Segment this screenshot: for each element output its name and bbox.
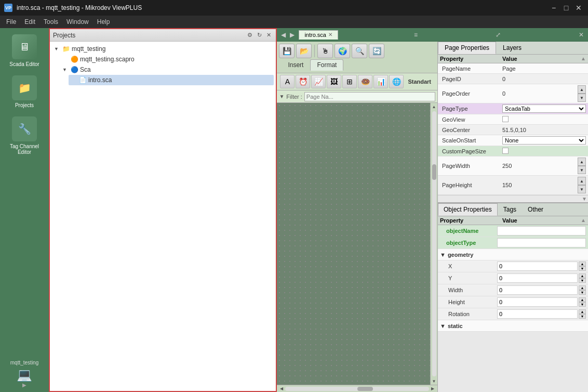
menu-file[interactable]: File — [2, 17, 20, 27]
scroll-thumb-vertical[interactable] — [432, 164, 436, 180]
y-spin-up[interactable]: ▲ — [579, 273, 586, 278]
width-field[interactable] — [497, 285, 578, 295]
scroll-thumb-horizontal[interactable] — [357, 387, 373, 391]
geoview-checkbox[interactable] — [502, 116, 509, 122]
widget-image-btn[interactable]: 🖼 — [327, 75, 341, 88]
refresh-btn[interactable]: 🔄 — [369, 44, 384, 58]
menu-help[interactable]: Help — [93, 17, 114, 27]
prop-value-pageheight[interactable]: 150 ▲ ▼ — [500, 176, 588, 194]
globe-btn[interactable]: 🌍 — [335, 44, 350, 58]
tab-menu-btn[interactable]: ≡ — [412, 30, 420, 40]
obj-prop-value-y[interactable]: ▲ ▼ — [495, 272, 588, 284]
prop-value-scaleonstart[interactable]: None — [500, 135, 588, 146]
obj-prop-value-width[interactable]: ▲ ▼ — [495, 284, 588, 296]
geometry-collapse-arrow[interactable]: ▼ — [440, 252, 446, 258]
height-spin-up[interactable]: ▲ — [579, 297, 586, 302]
prop-value-pagetype[interactable]: ScadaTab — [500, 103, 588, 114]
scaleonstart-select[interactable]: None — [502, 136, 586, 145]
sidebar-expand-arrow[interactable]: ▶ — [22, 382, 26, 388]
y-field[interactable] — [497, 273, 578, 283]
object-properties-tab[interactable]: Object Properties — [438, 203, 498, 216]
objecttype-field[interactable] — [497, 238, 586, 247]
tab-nav-prev[interactable]: ◀ — [279, 30, 288, 40]
rotation-spin-up[interactable]: ▲ — [579, 309, 586, 314]
prop-value-custompagesize[interactable] — [500, 147, 588, 156]
menu-window[interactable]: Window — [62, 17, 93, 27]
tab-close-icon[interactable]: ✕ — [328, 32, 332, 37]
other-tab[interactable]: Other — [522, 203, 549, 216]
custompagesize-checkbox[interactable] — [502, 148, 509, 154]
widget-web-btn[interactable]: 🌐 — [389, 75, 404, 88]
page-properties-tab[interactable]: Page Properties — [438, 42, 496, 54]
filter-dropdown-arrow[interactable]: ▼ — [279, 94, 284, 99]
obj-prop-value-objectname[interactable] — [495, 225, 588, 237]
prop-value-pageorder[interactable]: 0 ▲ ▼ — [500, 84, 588, 103]
x-spin-down[interactable]: ▼ — [579, 266, 586, 271]
pagetype-select[interactable]: ScadaTab — [502, 104, 586, 113]
canvas-inner[interactable] — [277, 103, 430, 385]
tab-maximize-btn[interactable]: ⤢ — [493, 30, 503, 40]
projects-filter-btn[interactable]: ⚙ — [246, 31, 254, 39]
scroll-up-btn[interactable]: ▲ — [431, 103, 438, 110]
menu-tools[interactable]: Tools — [39, 17, 62, 27]
cursor-btn[interactable]: 🖱 — [317, 44, 333, 58]
menu-edit[interactable]: Edit — [20, 17, 39, 27]
objectname-field[interactable] — [497, 226, 586, 236]
width-spin-down[interactable]: ▼ — [579, 290, 586, 295]
tree-item-intro-sca[interactable]: 📄 intro.sca — [69, 75, 274, 85]
page-props-scroll-down[interactable]: ▼ — [582, 196, 587, 202]
page-props-scroll-area[interactable]: PageName Page PageID 0 PageOrder 0 — [438, 63, 588, 195]
prop-value-pageid[interactable]: 0 — [500, 75, 588, 83]
scroll-down-btn[interactable]: ▼ — [431, 377, 438, 385]
format-tab[interactable]: Format — [310, 59, 343, 71]
sidebar-item-tag-channel[interactable]: 🔧 Tag Channel Editor — [1, 113, 48, 158]
insert-tab[interactable]: Insert — [281, 59, 310, 71]
static-section-label[interactable]: ▼ static — [438, 322, 465, 330]
x-spin-up[interactable]: ▲ — [579, 262, 586, 266]
widget-grid-btn[interactable]: ⊞ — [342, 75, 357, 88]
pageheight-spin-up[interactable]: ▲ — [578, 177, 586, 185]
width-spin-up[interactable]: ▲ — [579, 285, 586, 290]
canvas-scrollbar-right[interactable]: ▲ ▼ — [430, 103, 437, 385]
widget-bar-btn[interactable]: 📊 — [373, 75, 388, 88]
projects-sync-btn[interactable]: ↻ — [256, 31, 263, 39]
sidebar-item-projects[interactable]: 📁 Projects — [1, 72, 48, 111]
pageheight-spin-down[interactable]: ▼ — [578, 185, 586, 193]
obj-prop-value-height[interactable]: ▲ ▼ — [495, 296, 588, 308]
rotation-field[interactable] — [497, 309, 578, 319]
zoom-btn[interactable]: 🔍 — [352, 44, 367, 58]
pageorder-spin-down[interactable]: ▼ — [578, 94, 586, 102]
prop-value-pagename[interactable]: Page — [500, 64, 588, 73]
obj-prop-value-x[interactable]: ▲ ▼ — [495, 260, 588, 272]
obj-prop-value-rotation[interactable]: ▲ ▼ — [495, 308, 588, 320]
prop-value-geocenter[interactable]: 51.5,0,10 — [500, 126, 588, 134]
widget-pie-btn[interactable]: 🍩 — [358, 75, 372, 88]
projects-close-btn[interactable]: ✕ — [265, 31, 273, 39]
tree-item-scapro[interactable]: 🟠 mqtt_testing.scapro — [60, 54, 274, 64]
pagewidth-spin-down[interactable]: ▼ — [578, 166, 586, 174]
canvas-scrollbar-h[interactable]: ◀ ▶ — [277, 385, 437, 392]
rotation-spin-down[interactable]: ▼ — [579, 314, 586, 319]
maximize-button[interactable]: □ — [561, 3, 571, 13]
scroll-left-btn[interactable]: ◀ — [278, 385, 285, 393]
obj-props-table[interactable]: objectName objectType — [438, 225, 588, 392]
x-field[interactable] — [497, 262, 578, 271]
obj-prop-value-objecttype[interactable] — [495, 237, 588, 249]
canvas-grid[interactable] — [277, 103, 430, 385]
scroll-right-btn[interactable]: ▶ — [429, 385, 436, 393]
sidebar-item-scada[interactable]: 🖥 Scada Editor — [1, 31, 48, 70]
layers-tab[interactable]: Layers — [496, 42, 528, 54]
height-field[interactable] — [497, 297, 578, 307]
tab-close-panel-btn[interactable]: ✕ — [577, 30, 586, 40]
prop-value-pagewidth[interactable]: 250 ▲ ▼ — [500, 156, 588, 175]
prop-value-geoview[interactable] — [500, 115, 588, 124]
pageorder-spin-up[interactable]: ▲ — [578, 85, 586, 94]
pagewidth-spin-up[interactable]: ▲ — [578, 158, 586, 166]
tags-tab[interactable]: Tags — [498, 203, 522, 216]
save-btn[interactable]: 💾 — [279, 44, 295, 58]
minimize-button[interactable]: − — [549, 3, 559, 13]
tab-nav-next[interactable]: ▶ — [288, 30, 297, 40]
geometry-section-label[interactable]: ▼ geometry — [438, 251, 475, 259]
filter-input[interactable] — [304, 92, 435, 101]
y-spin-down[interactable]: ▼ — [579, 278, 586, 283]
